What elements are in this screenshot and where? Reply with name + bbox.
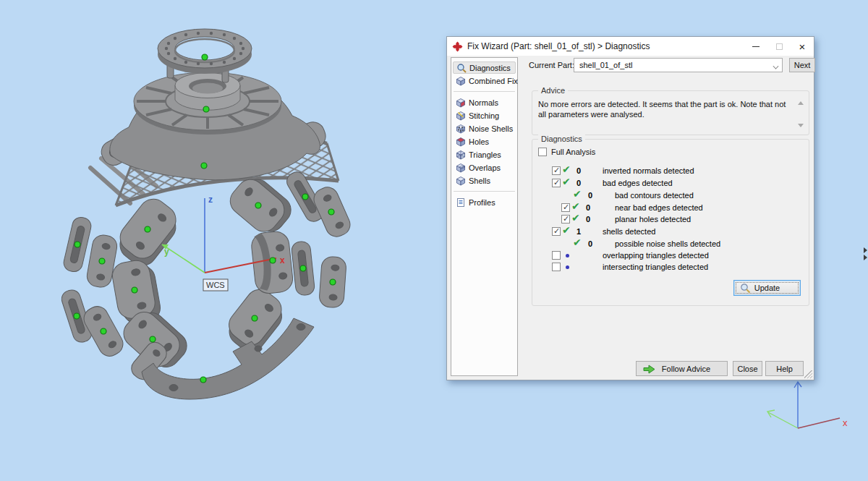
follow-advice-button[interactable]: Follow Advice <box>636 361 728 376</box>
dialog-title: Fix Wizard (Part: shell_01_of_stl) > Dia… <box>467 41 650 51</box>
cube-triangles-icon <box>456 150 466 160</box>
row-label: intersecting triangles detected <box>603 263 708 271</box>
wcs-label: WCS <box>206 281 225 289</box>
row-count: 1 <box>576 227 581 236</box>
x-axis-label: x <box>280 255 285 265</box>
document-icon <box>456 197 466 208</box>
ok-check-icon: ✔ <box>562 224 571 236</box>
ok-check-icon: ✔ <box>571 212 580 224</box>
magnifier-icon <box>456 63 467 73</box>
diagnostics-groupbox: Diagnostics Full Analysis ✔ 0 inverted n… <box>532 139 809 306</box>
orientation-triad: x <box>767 382 848 428</box>
sidebar-item-stitching[interactable]: Stitching <box>453 109 516 122</box>
sidebar-item-normals[interactable]: Normals <box>453 96 516 108</box>
row-count: 0 <box>586 203 590 212</box>
diagnostic-row: ✔ 0 possible noise shells detected <box>532 239 809 250</box>
dialog-titlebar[interactable]: Fix Wizard (Part: shell_01_of_stl) > Dia… <box>447 37 814 56</box>
maximize-icon <box>776 43 783 50</box>
current-part-value: shell_01_of_stl <box>579 61 632 69</box>
ok-check-icon: ✔ <box>562 163 571 175</box>
close-button[interactable]: × <box>791 37 814 56</box>
cube-stitching-icon <box>456 111 466 121</box>
sidebar-item-diagnostics[interactable]: Diagnostics <box>453 61 516 74</box>
diagnostic-row: overlapping triangles detected <box>532 250 809 262</box>
sidebar-separator <box>454 191 515 192</box>
help-button[interactable]: Help <box>765 361 804 376</box>
y-axis-label: y <box>164 247 169 257</box>
sidebar-separator <box>454 91 515 92</box>
ok-check-icon: ✔ <box>571 200 580 212</box>
green-arrow-icon <box>643 365 655 374</box>
row-label: overlapping triangles detected <box>603 251 709 260</box>
cube-overlaps-icon <box>456 163 466 173</box>
row-label: possible noise shells detected <box>615 239 720 248</box>
row-count: 0 <box>576 179 581 187</box>
cube-normals-icon <box>456 98 466 108</box>
row-label: inverted normals detected <box>603 166 694 175</box>
current-part-label: Current Part: <box>529 61 574 69</box>
ok-check-icon: ✔ <box>573 237 582 248</box>
row-count: 0 <box>588 239 592 248</box>
row-checkbox[interactable] <box>552 179 561 187</box>
row-checkbox[interactable] <box>552 251 561 260</box>
z-axis-label: z <box>208 195 213 205</box>
full-analysis-label: Full Analysis <box>551 148 595 156</box>
row-label: planar holes detected <box>615 215 691 224</box>
diagnostics-group-title: Diagnostics <box>538 135 585 144</box>
full-analysis-checkbox[interactable] <box>538 148 547 156</box>
row-checkbox[interactable] <box>552 166 561 175</box>
update-button[interactable]: Update <box>733 280 801 296</box>
pending-dot-icon <box>566 254 569 257</box>
pending-dot-icon <box>566 265 569 269</box>
cube-holes-icon <box>456 137 466 147</box>
sidebar-item-holes[interactable]: Holes <box>453 135 516 148</box>
row-label: bad edges detected <box>603 179 673 187</box>
row-label: bad contours detected <box>615 191 694 200</box>
diagnostic-row: intersecting triangles detected <box>532 262 809 273</box>
sidebar-item-combined-fix[interactable]: Combined Fix <box>453 75 516 87</box>
maximize-button[interactable] <box>767 37 791 56</box>
sidebar-item-shells[interactable]: Shells <box>453 174 516 187</box>
cube-noise-icon <box>456 124 466 134</box>
row-checkbox[interactable] <box>552 263 561 271</box>
cube-icon <box>456 76 466 86</box>
magnifier-icon <box>740 283 751 294</box>
next-button[interactable]: Next <box>789 58 815 72</box>
diagnostic-row: ✔ 0 planar holes detected <box>532 214 809 226</box>
chevron-down-icon <box>773 64 779 69</box>
scroll-up-icon[interactable] <box>798 101 804 105</box>
sidebar-item-profiles[interactable]: Profiles <box>453 196 516 208</box>
row-checkbox[interactable] <box>561 215 570 224</box>
advice-text: No more errors are detected. It seems th… <box>538 99 793 119</box>
row-checkbox[interactable] <box>552 227 561 236</box>
triad-x-label: x <box>843 417 848 428</box>
update-label: Update <box>754 284 780 292</box>
wizard-sidebar: Diagnostics Combined Fix Normals Stitchi… <box>451 57 518 376</box>
panel-edge-handle[interactable] <box>864 247 867 260</box>
fix-wizard-cross-icon <box>452 41 463 52</box>
row-count: 0 <box>576 166 581 175</box>
row-label: shells detected <box>603 227 655 236</box>
resize-grip[interactable] <box>804 370 812 378</box>
row-count: 0 <box>588 191 592 200</box>
ok-check-icon: ✔ <box>562 176 571 187</box>
diagnostic-row: ✔ 0 inverted normals detected <box>532 166 809 177</box>
advice-group-title: Advice <box>538 86 568 95</box>
minimize-button[interactable] <box>744 37 767 56</box>
close-dialog-button[interactable]: Close <box>733 361 762 376</box>
minimize-icon <box>752 46 760 47</box>
row-label: near bad edges detected <box>615 203 703 212</box>
advice-groupbox: Advice No more errors are detected. It s… <box>532 90 809 135</box>
sidebar-item-noise-shells[interactable]: Noise Shells <box>453 122 516 135</box>
cube-shells-icon <box>456 176 466 186</box>
close-icon: × <box>799 41 806 52</box>
application-window: z y x WCS x Fix Wizard (Part: shell_01_o… <box>0 0 868 481</box>
sidebar-item-triangles[interactable]: Triangles <box>453 148 516 161</box>
follow-advice-label: Follow Advice <box>662 365 710 373</box>
scroll-down-icon[interactable] <box>798 124 804 127</box>
ok-check-icon: ✔ <box>573 188 582 200</box>
row-count: 0 <box>586 215 590 224</box>
sidebar-item-overlaps[interactable]: Overlaps <box>453 161 516 174</box>
current-part-combobox[interactable]: shell_01_of_stl <box>574 58 783 72</box>
row-checkbox[interactable] <box>561 203 570 212</box>
